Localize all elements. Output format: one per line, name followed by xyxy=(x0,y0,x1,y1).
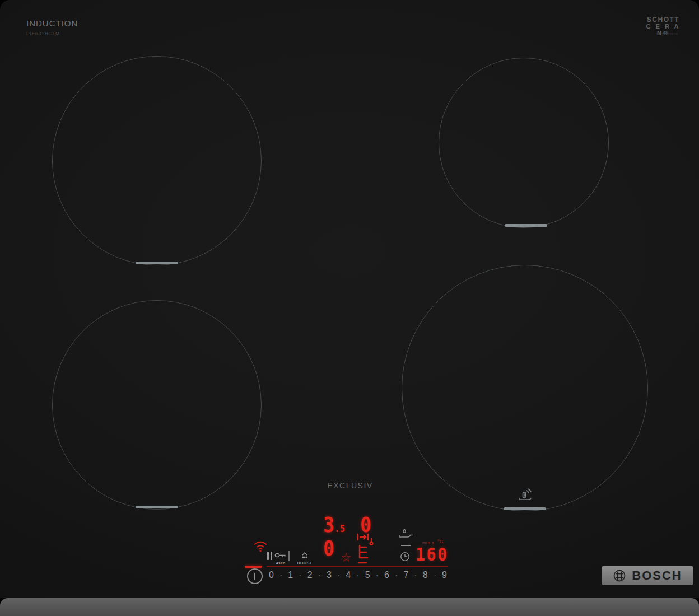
cooking-zone-front-left xyxy=(52,300,262,510)
bosch-wordmark: BOSCH xyxy=(632,568,682,583)
clock-icon[interactable] xyxy=(400,552,410,562)
power-level-separator: · xyxy=(280,571,282,579)
pause-icon[interactable] xyxy=(267,552,273,560)
power-level-1[interactable]: 1 xyxy=(288,570,293,580)
cooktop-surface: INDUCTION PIE631HC1M SCHOTT C E R A N® 9… xyxy=(0,0,699,616)
power-level-separator: · xyxy=(395,571,398,579)
power-level-0[interactable]: 0 xyxy=(269,570,274,580)
power-level-separator: · xyxy=(338,571,340,579)
zone-front-marker-rear-right xyxy=(505,224,547,227)
cooking-zone-front-right xyxy=(402,265,648,511)
model-number-label: PIE631HC1M xyxy=(26,31,60,36)
induction-type-label: INDUCTION xyxy=(26,18,78,28)
schott-line1: SCHOTT xyxy=(642,16,684,23)
fry-indicator-line xyxy=(401,545,411,546)
power-level-3[interactable]: 3 xyxy=(327,570,332,580)
active-slider-segment[interactable] xyxy=(245,566,262,568)
power-level-separator: · xyxy=(376,571,378,579)
cooking-zone-rear-right xyxy=(439,58,609,228)
power-level-8[interactable]: 8 xyxy=(423,570,428,580)
power-level-2[interactable]: 2 xyxy=(307,570,313,580)
zone-front-marker-rear-left xyxy=(136,262,178,264)
power-level-6[interactable]: 6 xyxy=(384,570,389,580)
power-level-4[interactable]: 4 xyxy=(346,570,351,580)
power-level-separator: · xyxy=(414,571,417,579)
lock-hold-label: 4sec xyxy=(274,561,287,565)
display-timer-temp: 160 xyxy=(416,545,449,563)
bosch-armature-icon xyxy=(613,569,626,582)
boost-icon xyxy=(301,552,309,558)
power-level-row: 0·1·2·3·4·5·6·7·8·9 xyxy=(269,570,447,580)
slider-track-line[interactable] xyxy=(267,566,448,567)
power-level-5[interactable]: 5 xyxy=(365,570,370,580)
power-level-separator: · xyxy=(318,571,320,579)
favorite-star-icon[interactable]: ☆ xyxy=(341,550,352,565)
transfer-temp-indicator-icon xyxy=(356,532,375,567)
frying-sensor-zone-icon xyxy=(515,485,535,505)
child-lock-key[interactable]: 4sec xyxy=(274,550,287,565)
wifi-home-connect-icon[interactable] xyxy=(253,539,268,553)
glass-code-label: 9001733806 xyxy=(656,32,678,36)
bosch-badge: BOSCH xyxy=(602,566,693,585)
power-level-9[interactable]: 9 xyxy=(442,570,447,580)
key-lock-icon xyxy=(274,552,287,558)
front-metal-trim xyxy=(0,598,699,616)
series-exclusiv-label: EXCLUSIV xyxy=(305,481,395,490)
boost-key[interactable]: BOOST xyxy=(293,550,316,565)
power-level-7[interactable]: 7 xyxy=(403,570,408,580)
cooking-zone-rear-left xyxy=(52,56,262,265)
power-button[interactable] xyxy=(247,568,263,584)
power-level-separator: · xyxy=(299,571,301,579)
power-level-separator: · xyxy=(434,571,436,579)
power-level-separator: · xyxy=(357,571,359,579)
panel-divider xyxy=(288,551,290,561)
zone-front-marker-front-right xyxy=(504,507,546,510)
frying-sensor-key-icon[interactable] xyxy=(398,526,414,542)
display-level-front-left: 0 xyxy=(323,538,334,559)
boost-label: BOOST xyxy=(293,561,316,565)
zone-front-marker-front-left xyxy=(136,506,178,508)
